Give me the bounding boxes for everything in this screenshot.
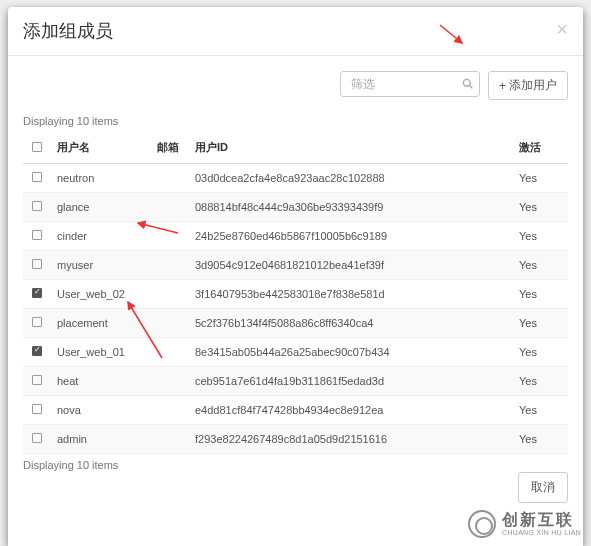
- cell-email: [151, 396, 189, 425]
- header-active[interactable]: 激活: [513, 132, 568, 164]
- cell-active: Yes: [513, 251, 568, 280]
- cell-email: [151, 251, 189, 280]
- cell-active: Yes: [513, 280, 568, 309]
- modal-title: 添加组成员: [23, 19, 568, 43]
- cell-email: [151, 164, 189, 193]
- cell-email: [151, 309, 189, 338]
- cell-userid: 5c2f376b134f4f5088a86c8ff6340ca4: [189, 309, 513, 338]
- cell-username: myuser: [51, 251, 151, 280]
- table-row[interactable]: neutron 03d0dcea2cfa4e8ca923aac28c102888…: [23, 164, 568, 193]
- cancel-button[interactable]: 取消: [518, 472, 568, 503]
- row-checkbox[interactable]: [32, 172, 42, 182]
- cell-username: User_web_01: [51, 338, 151, 367]
- cell-username: nova: [51, 396, 151, 425]
- cell-userid: 088814bf48c444c9a306be93393439f9: [189, 193, 513, 222]
- table-row[interactable]: placement 5c2f376b134f4f5088a86c8ff6340c…: [23, 309, 568, 338]
- cell-username: User_web_02: [51, 280, 151, 309]
- cell-username: glance: [51, 193, 151, 222]
- cell-userid: 8e3415ab05b44a26a25abec90c07b434: [189, 338, 513, 367]
- cell-active: Yes: [513, 338, 568, 367]
- cell-username: admin: [51, 425, 151, 454]
- cell-userid: ceb951a7e61d4fa19b311861f5edad3d: [189, 367, 513, 396]
- watermark-logo-icon: [468, 510, 496, 538]
- filter-wrap: [340, 71, 480, 100]
- cell-userid: 3d9054c912e04681821012bea41ef39f: [189, 251, 513, 280]
- cell-userid: f293e8224267489c8d1a05d9d2151616: [189, 425, 513, 454]
- header-email[interactable]: 邮箱: [151, 132, 189, 164]
- cell-userid: 3f16407953be442583018e7f838e581d: [189, 280, 513, 309]
- cell-username: placement: [51, 309, 151, 338]
- modal-footer: 取消: [518, 472, 568, 503]
- cell-email: [151, 222, 189, 251]
- table-row[interactable]: nova e4dd81cf84f747428bb4934ec8e912ea Ye…: [23, 396, 568, 425]
- toolbar: + 添加用户: [23, 71, 568, 100]
- cell-active: Yes: [513, 425, 568, 454]
- header-username[interactable]: 用户名: [51, 132, 151, 164]
- cell-active: Yes: [513, 222, 568, 251]
- users-table: 用户名 邮箱 用户ID 激活 neutron 03d0dcea2cfa4e8ca…: [23, 132, 568, 454]
- cell-userid: e4dd81cf84f747428bb4934ec8e912ea: [189, 396, 513, 425]
- cell-email: [151, 338, 189, 367]
- header-userid[interactable]: 用户ID: [189, 132, 513, 164]
- table-row[interactable]: glance 088814bf48c444c9a306be93393439f9 …: [23, 193, 568, 222]
- table-row[interactable]: cinder 24b25e8760ed46b5867f10005b6c9189 …: [23, 222, 568, 251]
- header-checkbox-cell: [23, 132, 51, 164]
- cell-username: heat: [51, 367, 151, 396]
- modal-body: + 添加用户 Displaying 10 items 用户名 邮箱 用户ID 激…: [8, 56, 583, 491]
- watermark-main: 创新互联: [502, 510, 581, 529]
- watermark-sub: CHUANG XIN HU LIAN: [502, 529, 581, 537]
- modal-header: 添加组成员 ×: [8, 7, 583, 56]
- close-icon[interactable]: ×: [556, 19, 568, 39]
- cell-username: neutron: [51, 164, 151, 193]
- table-row[interactable]: heat ceb951a7e61d4fa19b311861f5edad3d Ye…: [23, 367, 568, 396]
- cell-email: [151, 280, 189, 309]
- row-checkbox[interactable]: [32, 201, 42, 211]
- cell-active: Yes: [513, 193, 568, 222]
- cell-userid: 24b25e8760ed46b5867f10005b6c9189: [189, 222, 513, 251]
- row-checkbox[interactable]: [32, 230, 42, 240]
- cell-active: Yes: [513, 164, 568, 193]
- modal: 添加组成员 × + 添加用户 Displaying 10 items 用户名: [8, 7, 583, 546]
- table-row[interactable]: myuser 3d9054c912e04681821012bea41ef39f …: [23, 251, 568, 280]
- display-count-bottom: Displaying 10 items: [23, 459, 568, 471]
- select-all-checkbox[interactable]: [32, 142, 42, 152]
- table-row[interactable]: User_web_01 8e3415ab05b44a26a25abec90c07…: [23, 338, 568, 367]
- cell-active: Yes: [513, 309, 568, 338]
- cell-active: Yes: [513, 367, 568, 396]
- row-checkbox[interactable]: [32, 317, 42, 327]
- row-checkbox[interactable]: [32, 375, 42, 385]
- row-checkbox[interactable]: [32, 433, 42, 443]
- row-checkbox[interactable]: [32, 346, 42, 356]
- add-user-label: 添加用户: [509, 77, 557, 94]
- table-row[interactable]: User_web_02 3f16407953be442583018e7f838e…: [23, 280, 568, 309]
- filter-input[interactable]: [340, 71, 480, 97]
- row-checkbox[interactable]: [32, 288, 42, 298]
- table-header-row: 用户名 邮箱 用户ID 激活: [23, 132, 568, 164]
- row-checkbox[interactable]: [32, 259, 42, 269]
- cell-email: [151, 193, 189, 222]
- cell-userid: 03d0dcea2cfa4e8ca923aac28c102888: [189, 164, 513, 193]
- cell-username: cinder: [51, 222, 151, 251]
- plus-icon: +: [499, 79, 506, 93]
- cell-email: [151, 425, 189, 454]
- watermark-text: 创新互联 CHUANG XIN HU LIAN: [502, 510, 581, 538]
- cell-active: Yes: [513, 396, 568, 425]
- row-checkbox[interactable]: [32, 404, 42, 414]
- display-count-top: Displaying 10 items: [23, 115, 568, 127]
- add-user-button[interactable]: + 添加用户: [488, 71, 568, 100]
- watermark: 创新互联 CHUANG XIN HU LIAN: [468, 510, 581, 538]
- table-row[interactable]: admin f293e8224267489c8d1a05d9d2151616 Y…: [23, 425, 568, 454]
- cell-email: [151, 367, 189, 396]
